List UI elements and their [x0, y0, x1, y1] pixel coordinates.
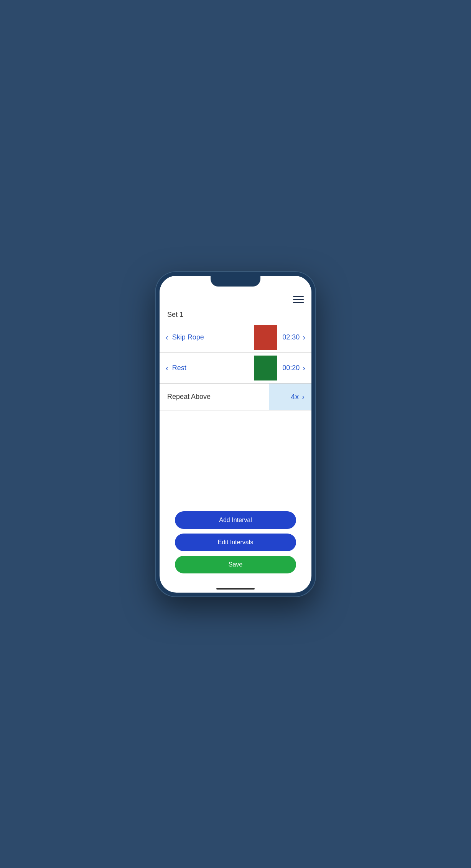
rest-next-button[interactable]: ›: [301, 362, 307, 374]
home-indicator-bar: [216, 588, 255, 590]
phone-screen: Set 1 ‹ Skip Rope 02:30 › ‹ Rest: [160, 276, 311, 593]
repeat-above-label: Repeat Above: [160, 393, 269, 401]
skip-rope-color-block: [254, 325, 277, 350]
repeat-value-area[interactable]: 4x ›: [269, 384, 311, 410]
hamburger-menu-button[interactable]: [293, 296, 304, 303]
save-button[interactable]: Save: [175, 556, 296, 573]
repeat-above-row: Repeat Above 4x ›: [160, 384, 311, 410]
home-indicator: [160, 585, 311, 593]
repeat-value: 4x: [291, 392, 299, 401]
add-interval-button[interactable]: Add Interval: [175, 511, 296, 529]
set-title: Set 1: [160, 306, 311, 322]
hamburger-line-3: [293, 302, 304, 303]
bottom-buttons-section: Add Interval Edit Intervals Save: [160, 504, 311, 585]
rest-color-block: [254, 356, 277, 380]
repeat-next-button[interactable]: ›: [300, 391, 306, 403]
interval-row-skip-rope: ‹ Skip Rope 02:30 ›: [160, 322, 311, 353]
hamburger-line-1: [293, 296, 304, 297]
skip-rope-prev-button[interactable]: ‹: [164, 331, 170, 343]
skip-rope-name: Skip Rope: [172, 333, 204, 341]
skip-rope-time: 02:30: [282, 333, 300, 341]
interval-left-skip-rope: ‹ Skip Rope: [160, 331, 254, 343]
nav-bar: [160, 293, 311, 306]
interval-left-rest: ‹ Rest: [160, 362, 254, 374]
rest-prev-button[interactable]: ‹: [164, 362, 170, 374]
skip-rope-next-button[interactable]: ›: [301, 331, 307, 343]
notch: [211, 276, 260, 287]
hamburger-line-2: [293, 299, 304, 300]
interval-right-rest: 00:20 ›: [277, 362, 311, 374]
interval-right-skip-rope: 02:30 ›: [277, 331, 311, 343]
rest-name: Rest: [172, 364, 186, 372]
interval-row-rest: ‹ Rest 00:20 ›: [160, 353, 311, 384]
edit-intervals-button[interactable]: Edit Intervals: [175, 534, 296, 551]
content-area: Set 1 ‹ Skip Rope 02:30 › ‹ Rest: [160, 306, 311, 504]
rest-time: 00:20: [282, 364, 300, 372]
phone-frame: Set 1 ‹ Skip Rope 02:30 › ‹ Rest: [155, 271, 316, 597]
